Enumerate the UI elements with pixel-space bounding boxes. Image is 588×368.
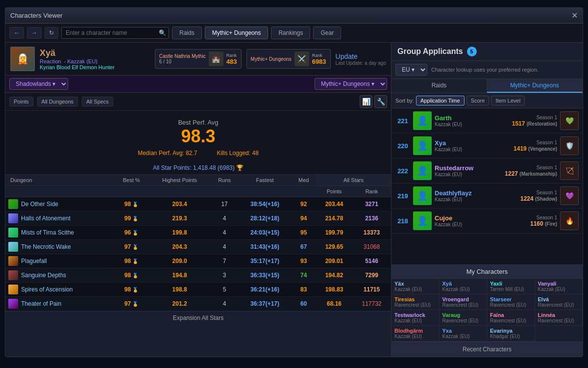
tab-raids[interactable]: Raids — [172, 26, 202, 39]
tab-raids-right[interactable]: Raids — [392, 79, 487, 93]
table-row[interactable]: De Other Side 98 🏅 203.4 17 38:54(+16) 9… — [5, 197, 391, 211]
tab-gear[interactable]: Gear — [313, 26, 341, 39]
region-hint: Character lookup uses your preferred reg… — [431, 67, 539, 73]
applicant-row[interactable]: 220 👤 Xya Kazzak (EU) Season 1 1419 (Ven… — [392, 133, 583, 158]
app-rating-block: Season 1 1224 (Shadow) — [520, 190, 557, 202]
table-row[interactable]: Sanguine Depths 98 🏅 194.8 3 36:33(+15) … — [5, 268, 391, 283]
my-char-realm: Khadgar (EU) — [490, 334, 532, 339]
title-bar: Characters Viewer ✕ — [5, 8, 583, 24]
tab-mythic-dungeons[interactable]: Mythic+ Dungeons — [205, 26, 269, 39]
my-char-cell[interactable]: Blodhgärm Kazzak (EU) — [392, 326, 440, 342]
dungeon-icon — [8, 199, 18, 209]
my-char-cell[interactable]: Vroengard Ravencrest (EU) — [440, 294, 488, 310]
my-char-realm: Ravencrest (EU) — [394, 302, 436, 308]
my-char-cell[interactable]: Elvá Ravencrest (EU) — [535, 294, 583, 310]
region-select[interactable]: EU ▾ — [395, 64, 427, 76]
table-row[interactable]: Plaguefall 98 🏅 209.0 7 35:17(+17) 93 20… — [5, 254, 391, 268]
my-char-cell[interactable]: Vanyali Kazzak (EU) — [535, 279, 583, 294]
close-button[interactable]: ✕ — [571, 11, 578, 20]
my-char-cell[interactable]: Faïna Ravencrest (EU) — [487, 310, 535, 326]
best-pct: 99 🏅 — [114, 211, 149, 226]
app-rating-block: Season 1 1160 (Fire) — [530, 215, 557, 227]
sort-item-level[interactable]: Item Level — [491, 96, 525, 105]
highest-points: 201.2 — [149, 297, 211, 311]
search-icon[interactable]: 🔍 — [159, 29, 166, 36]
expansion-select[interactable]: Shadowlands ▾ — [9, 78, 68, 90]
app-rating: 1419 (Vengeance) — [514, 145, 557, 152]
rank: 117732 — [352, 297, 391, 311]
update-section: Update Last Update: a day ago — [336, 53, 386, 66]
update-button[interactable]: Update — [336, 53, 386, 60]
specs-filter[interactable]: All Specs — [82, 97, 113, 106]
last-update: Last Update: a day ago — [336, 60, 386, 66]
highest-points: 204.3 — [149, 240, 211, 254]
dungeon-link[interactable]: Spires of Ascension — [21, 286, 73, 293]
dungeon-link[interactable]: Mists of Tirna Scithe — [21, 229, 74, 236]
my-char-name: Yäx — [394, 281, 436, 287]
app-rating-block: Season 1 1227 (Marksmanship) — [505, 165, 557, 177]
my-char-cell[interactable]: Linnéa Ravencrest (EU) — [535, 310, 583, 326]
forward-button[interactable]: → — [27, 27, 42, 39]
dungeon-link[interactable]: De Other Side — [21, 201, 58, 208]
fastest: 36:33(+15) — [239, 268, 292, 283]
my-char-name: Varaug — [442, 312, 484, 318]
dungeon-link[interactable]: Theater of Pain — [21, 300, 61, 307]
col-fastest: Fastest — [239, 175, 292, 186]
sort-bar: Sort by: Application Time Score Item Lev… — [392, 93, 583, 108]
table-row[interactable]: Spires of Ascension 98 🏅 198.8 5 36:21(+… — [5, 283, 391, 297]
my-char-cell[interactable]: Varaug Ravencrest (EU) — [440, 310, 488, 326]
view-icon-1[interactable]: 📊 — [360, 95, 372, 108]
back-button[interactable]: ← — [9, 27, 24, 39]
applicant-row[interactable]: 221 👤 Garth Kazzak (EU) Season 1 1517 (R… — [392, 108, 583, 133]
tab-mythic-right[interactable]: Mythic+ Dungeons — [487, 79, 583, 93]
my-char-cell[interactable]: Xyä Kazzak (EU) — [440, 279, 488, 294]
my-char-cell[interactable]: Yxa Kazzak (EU) — [440, 326, 488, 342]
fastest: 36:37(+17) — [239, 297, 292, 311]
table-row[interactable]: Mists of Tirna Scithe 96 🏅 199.8 4 24:03… — [5, 226, 391, 240]
table-row[interactable]: Halls of Atonement 99 🏅 219.3 4 28:12(+1… — [5, 211, 391, 226]
tab-rankings[interactable]: Rankings — [271, 26, 310, 39]
window-title: Characters Viewer — [10, 12, 63, 19]
applicant-row[interactable]: 219 👤 Deathlyflayz Kazzak (EU) Season 1 … — [392, 184, 583, 209]
my-char-realm: Kazzak (EU) — [442, 287, 484, 292]
my-char-cell[interactable]: Yäx Kazzak (EU) — [392, 279, 440, 294]
my-char-cell[interactable]: Starseer Ravencrest (EU) — [487, 294, 535, 310]
sort-application-time[interactable]: Application Time — [416, 96, 465, 105]
my-char-realm: Kazzak (EU) — [442, 334, 484, 339]
highest-points: 219.3 — [149, 211, 211, 226]
dungeon-link[interactable]: Plaguefall — [21, 258, 47, 264]
nav-bar: ← → ↻ 🔍 Raids Mythic+ Dungeons Rankings … — [5, 24, 583, 43]
my-char-name: Elvá — [538, 296, 580, 302]
table-row[interactable]: Theater of Pain 97 🏅 201.2 4 36:37(+17) … — [5, 297, 391, 311]
my-char-cell[interactable]: Yaxli Tarren Mill (EU) — [487, 279, 535, 294]
my-char-cell[interactable]: Testwarlock Kazzak (EU) — [392, 310, 440, 326]
recent-chars-button[interactable]: Recent Characters — [392, 342, 583, 357]
table-row[interactable]: The Necrotic Wake 97 🏅 204.3 4 31:43(+16… — [5, 240, 391, 254]
applicant-row[interactable]: 222 👤 Rustedarrow Kazzak (EU) Season 1 1… — [392, 158, 583, 184]
my-char-cell[interactable]: Tiresias Ravencrest (EU) — [392, 294, 440, 310]
dungeon-link[interactable]: Sanguine Depths — [21, 272, 66, 279]
app-season: Season 1 — [530, 215, 557, 220]
refresh-button[interactable]: ↻ — [45, 27, 58, 39]
med: 74 — [291, 268, 316, 283]
my-chars-header: My Characters — [392, 265, 583, 279]
dungeon-link[interactable]: Halls of Atonement — [21, 215, 71, 222]
highest-points: 203.4 — [149, 197, 211, 211]
my-char-name: Tiresias — [394, 296, 436, 302]
search-input[interactable] — [61, 27, 169, 39]
points-filter[interactable]: Points — [9, 97, 33, 106]
app-season: Season 1 — [505, 165, 557, 170]
my-char-realm: Ravencrest (EU) — [442, 318, 484, 323]
best-pct: 98 🏅 — [114, 268, 149, 283]
all-star-points: All Star Points: 1,418.48 (6983) 🏆 — [5, 161, 391, 175]
applicant-row[interactable]: 218 👤 Cujoe Kazzak (EU) Season 1 1160 (F… — [392, 209, 583, 234]
mode-select[interactable]: Mythic+ Dungeons ▾ — [315, 78, 387, 90]
sort-score[interactable]: Score — [466, 96, 490, 105]
my-char-cell[interactable]: Evarinya Khadgar (EU) — [487, 326, 535, 342]
avatar: 🧝 — [10, 47, 35, 71]
dungeons-filter[interactable]: All Dungeons — [37, 97, 78, 106]
dungeon-link[interactable]: The Necrotic Wake — [21, 243, 71, 250]
view-icon-2[interactable]: 🔧 — [374, 95, 387, 108]
dungeon-icon — [8, 285, 18, 294]
my-char-name: Yaxli — [490, 281, 532, 287]
